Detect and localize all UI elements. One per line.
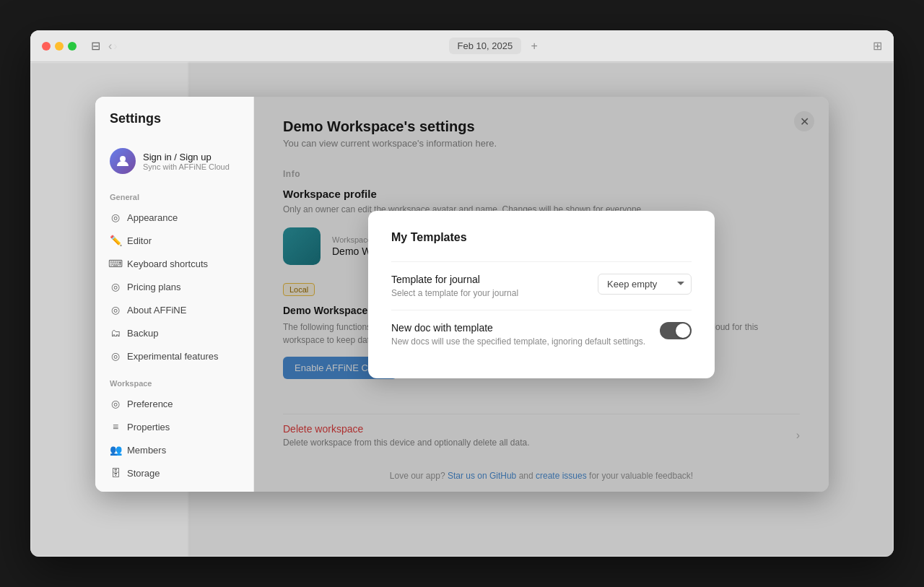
minimize-traffic-light[interactable] bbox=[55, 42, 64, 51]
settings-modal: Settings Sign in / Sign up Sync with AFF… bbox=[95, 97, 829, 492]
general-section-label: General bbox=[95, 181, 253, 206]
about-icon: ◎ bbox=[110, 304, 121, 316]
add-tab-button[interactable]: + bbox=[527, 39, 541, 53]
new-doc-template-subtitle: New docs will use the specified template… bbox=[391, 336, 648, 347]
template-journal-header: Template for journal Select a template f… bbox=[391, 274, 692, 298]
date-chip[interactable]: Feb 10, 2025 bbox=[449, 38, 522, 54]
nav-item-storage[interactable]: 🗄 Storage bbox=[95, 461, 253, 484]
traffic-lights bbox=[42, 42, 77, 51]
sign-in-button[interactable]: Sign in / Sign up Sync with AFFiNE Cloud bbox=[95, 141, 253, 181]
editor-label: Editor bbox=[127, 235, 152, 246]
nav-item-properties[interactable]: ≡ Properties bbox=[95, 415, 253, 438]
preference-label: Preference bbox=[127, 399, 173, 409]
members-icon: 👥 bbox=[110, 444, 121, 456]
settings-sidebar: Settings Sign in / Sign up Sync with AFF… bbox=[95, 97, 254, 492]
properties-icon: ≡ bbox=[110, 421, 121, 432]
template-journal-select[interactable]: Keep empty Template 1 Template 2 bbox=[598, 274, 692, 295]
about-label: About AFFiNE bbox=[127, 305, 186, 316]
new-doc-template-info: New doc with template New docs will use … bbox=[391, 322, 648, 347]
nav-item-backup[interactable]: 🗂 Backup bbox=[95, 321, 253, 344]
editor-icon: ✏️ bbox=[110, 235, 121, 246]
maximize-traffic-light[interactable] bbox=[68, 42, 77, 51]
pricing-label: Pricing plans bbox=[127, 282, 180, 292]
nav-arrows: ‹ › bbox=[108, 40, 118, 53]
new-doc-template-toggle[interactable] bbox=[660, 322, 692, 339]
storage-icon: 🗄 bbox=[110, 467, 121, 479]
appearance-label: Appearance bbox=[127, 212, 178, 223]
template-journal-label: Template for journal bbox=[391, 274, 586, 285]
title-center: Feb 10, 2025 + bbox=[123, 38, 867, 54]
title-right: ⊞ bbox=[873, 39, 882, 53]
nav-item-about[interactable]: ◎ About AFFiNE bbox=[95, 298, 253, 321]
settings-content: ✕ Demo Workspace's settings You can view… bbox=[254, 97, 829, 492]
user-subtitle: Sync with AFFiNE Cloud bbox=[143, 162, 230, 171]
nav-item-pricing[interactable]: ◎ Pricing plans bbox=[95, 275, 253, 298]
nav-item-experimental[interactable]: ◎ Experimental features bbox=[95, 344, 253, 368]
user-avatar bbox=[110, 148, 136, 174]
close-traffic-light[interactable] bbox=[42, 42, 51, 51]
nav-item-members[interactable]: 👥 Members bbox=[95, 438, 253, 461]
template-journal-row: Template for journal Select a template f… bbox=[391, 261, 692, 310]
svg-point-0 bbox=[120, 156, 126, 162]
template-journal-info: Template for journal Select a template f… bbox=[391, 274, 586, 298]
new-doc-template-label: New doc with template bbox=[391, 322, 648, 334]
toggle-knob bbox=[676, 323, 690, 338]
settings-title: Settings bbox=[95, 111, 253, 141]
preference-icon: ◎ bbox=[110, 398, 121, 409]
nav-item-preference[interactable]: ◎ Preference bbox=[95, 392, 253, 415]
settings-overlay: Settings Sign in / Sign up Sync with AFF… bbox=[61, 62, 863, 526]
app-window: ⊟ ‹ › Feb 10, 2025 + ⊞ Settings bbox=[30, 30, 894, 557]
back-arrow-icon[interactable]: ‹ bbox=[108, 40, 112, 53]
appearance-icon: ◎ bbox=[110, 212, 121, 223]
storage-label: Storage bbox=[127, 468, 160, 479]
pricing-icon: ◎ bbox=[110, 281, 121, 292]
experimental-label: Experimental features bbox=[127, 351, 218, 362]
user-name: Sign in / Sign up bbox=[143, 152, 230, 162]
nav-item-appearance[interactable]: ◎ Appearance bbox=[95, 206, 253, 229]
layout-icon[interactable]: ⊞ bbox=[873, 39, 882, 53]
template-journal-subtitle: Select a template for your journal bbox=[391, 288, 586, 298]
my-templates-modal: My Templates Template for journal Select… bbox=[368, 211, 715, 378]
my-templates-title: My Templates bbox=[391, 231, 692, 244]
backup-label: Backup bbox=[127, 328, 158, 339]
nav-item-keyboard-shortcuts[interactable]: ⌨ Keyboard shortcuts bbox=[95, 252, 253, 275]
keyboard-shortcuts-label: Keyboard shortcuts bbox=[127, 258, 208, 269]
user-info: Sign in / Sign up Sync with AFFiNE Cloud bbox=[143, 152, 230, 171]
inner-modal-overlay: My Templates Template for journal Select… bbox=[254, 97, 829, 492]
nav-item-editor[interactable]: ✏️ Editor bbox=[95, 229, 253, 252]
properties-label: Properties bbox=[127, 422, 170, 432]
workspace-section-label: Workspace bbox=[95, 368, 253, 392]
keyboard-icon: ⌨ bbox=[110, 258, 121, 269]
sidebar-toggle-icon[interactable]: ⊟ bbox=[88, 39, 103, 53]
new-doc-template-row: New doc with template New docs will use … bbox=[391, 310, 692, 358]
backup-icon: 🗂 bbox=[110, 327, 121, 339]
title-bar: ⊟ ‹ › Feb 10, 2025 + ⊞ bbox=[30, 30, 894, 62]
experimental-icon: ◎ bbox=[110, 350, 121, 362]
forward-arrow-icon[interactable]: › bbox=[113, 40, 117, 53]
members-label: Members bbox=[127, 445, 166, 456]
new-doc-template-header: New doc with template New docs will use … bbox=[391, 322, 692, 347]
